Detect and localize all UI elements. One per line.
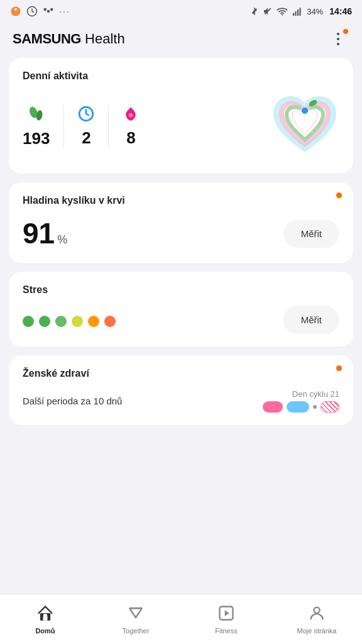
- status-right-icons: 34% 14:46: [250, 6, 352, 17]
- together-icon: [127, 604, 145, 625]
- period-text: Další perioda za 10 dnů: [23, 396, 122, 406]
- oxygen-measure-button[interactable]: Měřit: [283, 219, 339, 248]
- steps-value: 193: [23, 129, 50, 148]
- stress-row: Měřit: [23, 306, 339, 334]
- status-bar: ··· 34% 14:46: [0, 0, 362, 23]
- wifi-icon: [277, 7, 288, 16]
- person-icon: [308, 604, 326, 625]
- bluetooth-icon: [250, 6, 259, 17]
- stress-card[interactable]: Stres Měřit: [9, 272, 353, 347]
- notification-badge: [343, 29, 348, 34]
- oxygen-title: Hladina kyslíku v krvi: [23, 195, 339, 206]
- steps-icon: [28, 105, 45, 126]
- svg-rect-19: [129, 607, 143, 609]
- activity-metrics: 193 2: [23, 105, 139, 148]
- oxygen-unit: %: [57, 233, 67, 246]
- stress-dot: [72, 316, 83, 327]
- calories-icon: [123, 106, 139, 126]
- home-label: Domů: [35, 627, 55, 635]
- period-pill: [263, 401, 283, 413]
- oxygen-value: 91: [23, 217, 55, 250]
- mute-icon: [263, 6, 273, 16]
- womens-health-title: Ženské zdraví: [23, 368, 339, 379]
- stress-dot: [104, 316, 116, 327]
- bottom-nav: Domů Together Fitness Moje strán: [0, 594, 362, 644]
- svg-rect-8: [297, 9, 299, 16]
- womens-notification-dot: [336, 365, 342, 371]
- svg-rect-7: [295, 11, 297, 16]
- battery-text: 34%: [307, 7, 323, 16]
- svg-point-15: [129, 113, 133, 117]
- menu-button[interactable]: [327, 28, 349, 50]
- oxygen-notification-dot: [336, 192, 342, 198]
- app-icon-2: [26, 6, 38, 17]
- app-icon-1: [10, 6, 21, 17]
- stress-title: Stres: [23, 284, 339, 296]
- app-title: SAMSUNG Health: [13, 31, 125, 47]
- svg-point-2: [44, 8, 47, 11]
- home-icon: [36, 604, 54, 625]
- oxygen-card[interactable]: Hladina kyslíku v krvi 91% Měřit: [9, 182, 353, 263]
- stress-dot: [23, 316, 34, 327]
- hours-icon: [78, 106, 94, 126]
- steps-metric: 193: [23, 105, 64, 148]
- hours-metric: 2: [64, 106, 109, 148]
- activity-content: 193 2: [23, 92, 339, 161]
- svg-rect-6: [293, 13, 294, 16]
- svg-point-16: [302, 108, 308, 114]
- nav-item-together[interactable]: Together: [90, 599, 181, 640]
- status-left-icons: ···: [10, 6, 70, 17]
- stress-dot: [88, 316, 99, 327]
- svg-point-1: [47, 10, 50, 13]
- stress-dot: [39, 316, 50, 327]
- fitness-icon: [217, 604, 235, 625]
- together-label: Together: [123, 627, 150, 635]
- svg-line-14: [86, 114, 89, 115]
- stress-dots: [23, 316, 116, 327]
- notification-dots: ···: [59, 6, 70, 16]
- nav-item-fitness[interactable]: Fitness: [181, 599, 272, 640]
- svg-marker-21: [225, 610, 229, 616]
- stress-measure-button[interactable]: Měřit: [283, 306, 339, 334]
- svg-rect-9: [300, 8, 301, 16]
- my-page-label: Moje stránka: [297, 627, 337, 635]
- cycle-right: Den cyklu 21: [263, 389, 339, 413]
- oxygen-value-container: 91%: [23, 216, 67, 250]
- svg-point-22: [314, 607, 319, 613]
- calories-metric: 8: [109, 106, 139, 148]
- app-icon-3: [43, 6, 54, 17]
- time-display: 14:46: [329, 6, 352, 16]
- fertile-pill: [287, 401, 309, 413]
- nav-item-my-page[interactable]: Moje stránka: [272, 599, 362, 640]
- main-content: Denní aktivita 193: [0, 58, 362, 491]
- svg-point-3: [50, 8, 53, 11]
- app-header: SAMSUNG Health: [0, 23, 362, 58]
- cycle-dot-sep: [313, 405, 317, 409]
- svg-point-5: [282, 14, 283, 16]
- nav-item-home[interactable]: Domů: [0, 599, 90, 640]
- cycle-day-label: Den cyklu 21: [263, 389, 339, 399]
- cycle-pills: [263, 401, 339, 413]
- hours-value: 2: [82, 128, 90, 148]
- cycle-row: Další perioda za 10 dnů Den cyklu 21: [23, 389, 339, 413]
- heart-ring-illustration: [270, 92, 339, 161]
- stress-dots-container: [23, 313, 116, 327]
- stress-dot: [55, 316, 67, 327]
- fitness-label: Fitness: [215, 627, 237, 635]
- calories-value: 8: [126, 128, 135, 148]
- oxygen-row: 91% Měřit: [23, 216, 339, 250]
- daily-activity-card[interactable]: Denní aktivita 193: [9, 58, 353, 174]
- upcoming-period-pill: [321, 401, 339, 413]
- womens-health-card[interactable]: Ženské zdraví Další perioda za 10 dnů De…: [9, 355, 353, 425]
- daily-activity-title: Denní aktivita: [23, 70, 339, 82]
- three-dots-icon: [337, 33, 339, 45]
- signal-icon: [292, 7, 303, 16]
